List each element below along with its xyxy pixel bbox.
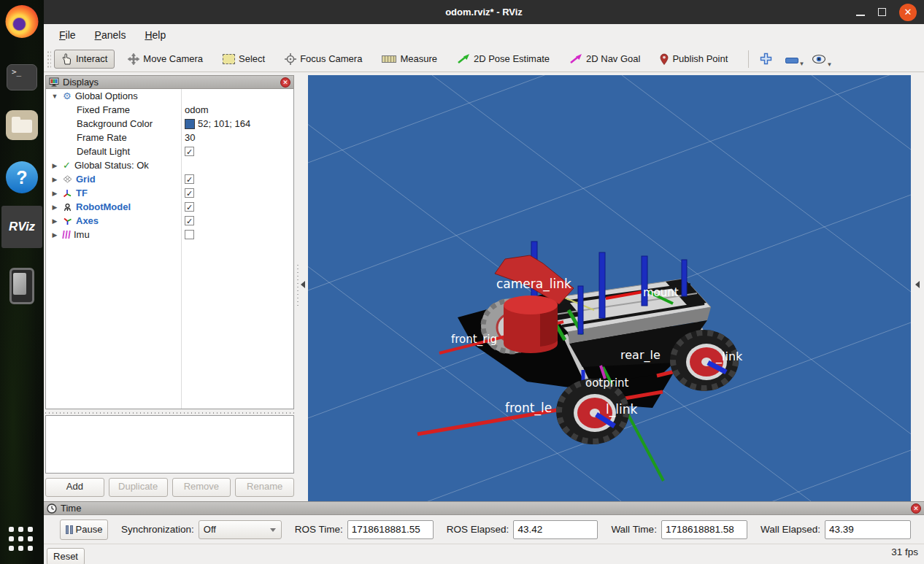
tool-visibility-button[interactable]: ▼ [808, 52, 830, 66]
tf-label-front-left: front_le [505, 401, 552, 415]
focus-camera-tool-button[interactable]: Focus Camera [278, 50, 369, 68]
expander-icon[interactable]: ▶ [50, 204, 59, 211]
publish-point-tool-button[interactable]: Publish Point [653, 50, 734, 68]
files-icon[interactable] [6, 110, 38, 140]
collapse-right-icon[interactable] [915, 281, 920, 288]
selection-box-icon [223, 54, 235, 64]
wall-elapsed-input[interactable] [825, 520, 911, 539]
restore-button[interactable] [878, 8, 886, 16]
tf-label-base-footprint: ootprint [585, 376, 628, 390]
titlebar[interactable]: odom.rviz* - RViz ✕ [44, 0, 924, 24]
dropdown-caret-icon: ▼ [826, 61, 832, 68]
fixed-frame-value[interactable]: odom [185, 104, 209, 115]
gear-icon: ⚙ [63, 91, 72, 101]
collapse-left-icon[interactable] [301, 281, 305, 288]
displays-close-icon[interactable]: ✕ [280, 77, 290, 88]
tree-row-fixed-frame[interactable]: Fixed Frame odom [46, 103, 293, 117]
phone-icon[interactable] [9, 268, 34, 304]
tf-label-mount: mount [643, 286, 679, 299]
background-color-value[interactable]: 52; 101; 164 [185, 118, 250, 129]
tree-row-robotmodel[interactable]: ▶ RobotModel ✓ [46, 200, 293, 214]
remove-display-button[interactable]: Remove [172, 478, 231, 497]
expander-icon[interactable]: ▶ [50, 190, 59, 197]
magenta-arrow-icon [569, 53, 582, 64]
frame-rate-value[interactable]: 30 [185, 132, 195, 143]
time-panel-header[interactable]: Time ✕ [44, 501, 924, 515]
toolbar-grip[interactable] [47, 50, 51, 68]
remove-tool-button[interactable]: ▼ [782, 52, 802, 66]
add-tool-button[interactable] [756, 50, 776, 67]
axes-display-icon [63, 217, 72, 225]
robotmodel-checkbox[interactable]: ✓ [185, 202, 194, 212]
displays-panel-header[interactable]: Displays ✕ [45, 75, 294, 89]
minus-icon [785, 58, 798, 63]
render-viewport-3d[interactable]: camera_link mount front_rig rear_le _lin… [308, 75, 911, 501]
tree-row-axes[interactable]: ▶ Axes ✓ [46, 214, 293, 228]
expander-icon[interactable]: ▶ [50, 231, 59, 239]
tree-row-global-status[interactable]: ▶ ✓ Global Status: Ok [46, 158, 293, 172]
interact-tool-button[interactable]: Interact [54, 50, 115, 69]
tf-label-front-left-suffix: l_link [606, 402, 637, 417]
firefox-icon[interactable] [6, 5, 39, 38]
panel-splitter-handle[interactable] [45, 411, 294, 414]
close-button[interactable]: ✕ [899, 4, 917, 21]
tree-row-tf[interactable]: ▶ TF ✓ [46, 186, 293, 200]
tree-row-default-light[interactable]: Default Light ✓ [46, 144, 293, 158]
axes-checkbox[interactable]: ✓ [185, 216, 194, 225]
ruler-icon [382, 55, 396, 63]
pause-button[interactable]: Pause [60, 519, 108, 540]
measure-tool-button[interactable]: Measure [375, 50, 444, 67]
displays-panel-title: Displays [63, 77, 277, 88]
select-tool-button[interactable]: Select [216, 50, 272, 67]
duplicate-display-button[interactable]: Duplicate [109, 478, 168, 497]
rename-display-button[interactable]: Rename [235, 478, 294, 497]
minimize-button[interactable] [856, 15, 865, 16]
show-applications-icon[interactable] [9, 527, 35, 553]
reset-button[interactable]: Reset [47, 548, 85, 564]
status-bar: Reset 31 fps [44, 544, 924, 564]
rviz-window: odom.rviz* - RViz ✕ File Panels Help Int… [44, 0, 924, 564]
default-light-checkbox[interactable]: ✓ [185, 147, 194, 156]
imu-checkbox[interactable] [185, 230, 194, 239]
description-box [45, 415, 294, 474]
menu-help[interactable]: Help [136, 24, 174, 46]
help-icon[interactable]: ? [6, 161, 38, 193]
terminal-icon[interactable]: >_ [7, 64, 37, 90]
right-panel-strip [911, 75, 924, 501]
expander-icon[interactable]: ▶ [50, 217, 59, 225]
tree-row-grid[interactable]: ▶ Grid ✓ [46, 172, 293, 186]
menu-panels[interactable]: Panels [87, 24, 134, 46]
pose-estimate-tool-button[interactable]: 2D Pose Estimate [450, 50, 556, 67]
expander-icon[interactable]: ▶ [50, 162, 59, 169]
ros-elapsed-input[interactable] [513, 520, 598, 539]
tf-label-front-right: front_rig [451, 333, 497, 346]
tree-row-global-options[interactable]: ▼ ⚙ Global Options [46, 89, 293, 103]
displays-panel: Displays ✕ ▼ ⚙ Global Options Fixed Fram… [45, 75, 294, 501]
rviz-dock-icon[interactable]: RViz [1, 206, 42, 248]
synchronization-dropdown[interactable]: Off [199, 520, 282, 539]
menu-file[interactable]: File [51, 24, 84, 46]
wall-time-input[interactable] [661, 520, 747, 539]
time-close-icon[interactable]: ✕ [911, 503, 921, 514]
toolbar-separator [748, 50, 749, 68]
move-camera-tool-button[interactable]: Move Camera [121, 50, 209, 68]
tree-row-frame-rate[interactable]: Frame Rate 30 [46, 131, 293, 144]
dropdown-caret-icon: ▼ [798, 61, 804, 67]
vertical-splitter[interactable] [294, 75, 308, 501]
fps-counter: 31 fps [891, 546, 918, 557]
monitor-icon [49, 77, 59, 87]
time-panel-title: Time [61, 503, 907, 514]
expander-icon[interactable]: ▼ [50, 93, 59, 100]
expander-icon[interactable]: ▶ [50, 176, 59, 183]
tf-checkbox[interactable]: ✓ [185, 188, 194, 198]
grid-checkbox[interactable]: ✓ [185, 174, 194, 184]
ros-time-input[interactable] [347, 520, 434, 539]
status-ok-check-icon: ✓ [63, 160, 71, 171]
nav-goal-tool-button[interactable]: 2D Nav Goal [563, 50, 647, 67]
grid-display-icon [63, 175, 72, 183]
toolbar: Interact Move Camera Select Focus Camera… [44, 46, 924, 72]
tree-row-imu[interactable]: ▶ Imu [46, 228, 293, 242]
add-display-button[interactable]: Add [45, 478, 104, 497]
tree-row-background-color[interactable]: Background Color 52; 101; 164 [46, 117, 293, 131]
robot-3d-scene [308, 75, 911, 501]
